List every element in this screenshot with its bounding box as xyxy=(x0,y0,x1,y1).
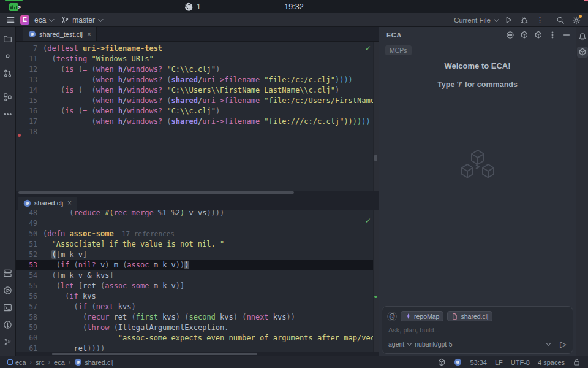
branch-selector[interactable]: master xyxy=(61,16,102,25)
status-widget-utf-8[interactable]: UTF-8 xyxy=(511,359,530,366)
add-context-button[interactable]: @ xyxy=(387,312,397,321)
unlock-icon[interactable] xyxy=(573,358,581,366)
tool-window-button-more[interactable] xyxy=(1,107,15,121)
line-number[interactable]: 55 xyxy=(16,282,43,290)
code-line-50[interactable]: 50(defn assoc-some 17 references xyxy=(16,229,373,239)
mode-selector[interactable]: agent xyxy=(388,340,410,348)
code-line-56[interactable]: 56 (if kvs xyxy=(16,291,373,302)
code-line-53[interactable]: 53 (if (nil? v) m (assoc m k v))) xyxy=(16,260,373,270)
code-line-12[interactable]: 12 (is (= (when h/windows? "C:\\c.clj") xyxy=(16,64,373,74)
line-number[interactable]: 7 xyxy=(16,44,43,53)
editor-shared-clj[interactable]: 48 (reduce #(rec-merge %1 %2) v vs))))49… xyxy=(16,210,379,352)
context-chip-repomap[interactable]: repoMap xyxy=(401,311,443,321)
run-button[interactable] xyxy=(505,16,513,24)
tool-window-button-problems[interactable] xyxy=(1,318,15,331)
line-number[interactable]: 61 xyxy=(16,344,43,352)
tool-window-button-services[interactable] xyxy=(1,266,15,280)
context-chip-shared-clj[interactable]: shared.clj xyxy=(447,311,492,321)
code-line-54[interactable]: 54 ([m k v & kvs] xyxy=(16,270,373,281)
run-configuration-selector[interactable]: Current File xyxy=(454,17,497,24)
status-widget-53-34[interactable]: 53:34 xyxy=(470,359,487,366)
line-number[interactable]: 54 xyxy=(16,271,43,280)
debug-button[interactable] xyxy=(520,16,529,25)
code-line-59[interactable]: 59 (throw (IllegalArgumentException. xyxy=(16,323,373,333)
line-number[interactable]: 50 xyxy=(16,229,43,238)
code-line-14[interactable]: 14 (is (= (when h/windows? "C:\\Users\\F… xyxy=(16,85,373,95)
editor-shared-test-clj[interactable]: 7(deftest uri->filename-test11 (testing … xyxy=(16,42,379,191)
code-line-52[interactable]: 52 ([m k v] xyxy=(16,250,373,260)
editor-scrollbar[interactable] xyxy=(373,210,379,352)
status-widget-4-spaces[interactable]: 4 spaces xyxy=(538,359,565,366)
code-line-61[interactable]: 61 ret)))) xyxy=(16,343,373,352)
breadcrumb-item-src[interactable]: src xyxy=(36,359,45,366)
code-line-13[interactable]: 13 (when h/windows? (shared/uri->filenam… xyxy=(16,74,373,85)
line-number[interactable]: 11 xyxy=(16,55,43,63)
settings-gear-icon[interactable] xyxy=(572,16,581,25)
tool-window-button-run[interactable] xyxy=(1,283,15,297)
breadcrumb-item-eca[interactable]: eca xyxy=(7,359,26,366)
line-number[interactable]: 48 xyxy=(16,210,43,218)
line-number[interactable]: 56 xyxy=(16,292,43,301)
close-tab-icon[interactable]: × xyxy=(67,199,72,207)
tool-window-button-structure[interactable] xyxy=(1,90,15,104)
code-line-48[interactable]: 48 (reduce #(rec-merge %1 %2) v vs)))) xyxy=(16,210,373,218)
tool-window-button-terminal-tool[interactable] xyxy=(1,301,15,314)
model-selector[interactable]: nubank/gpt-5 xyxy=(415,340,452,348)
code-line-58[interactable]: 58 (recur ret (first kvs) (second kvs) (… xyxy=(16,312,373,323)
tool-window-button-commit[interactable] xyxy=(1,49,15,63)
code-line-51[interactable]: 51 "Assoc[iate] if the value is not nil.… xyxy=(16,239,373,250)
tray-item-drive[interactable] xyxy=(180,0,197,13)
line-number[interactable]: 52 xyxy=(16,250,43,259)
minimize-icon[interactable] xyxy=(562,31,571,39)
kebab-icon[interactable] xyxy=(548,31,557,39)
line-number[interactable]: 57 xyxy=(16,302,43,311)
eca-cube-icon[interactable] xyxy=(520,31,529,39)
editor-scrollbar[interactable] xyxy=(373,42,379,191)
line-number[interactable]: 14 xyxy=(16,86,43,94)
code-line-55[interactable]: 55 (let [ret (assoc-some m k v)] xyxy=(16,281,373,291)
code-line-60[interactable]: 60 "assoc-some expects even number of ar… xyxy=(16,333,373,343)
eca-cube-icon[interactable] xyxy=(534,31,543,39)
line-number[interactable]: 13 xyxy=(16,75,43,84)
line-number[interactable]: 58 xyxy=(16,313,43,321)
line-number[interactable]: 12 xyxy=(16,65,43,74)
code-line-18[interactable]: 18 xyxy=(16,126,373,137)
eca-tool-window-button[interactable] xyxy=(577,47,588,58)
send-button[interactable]: ▷ xyxy=(560,339,567,349)
clojure-icon[interactable] xyxy=(454,358,462,366)
breadcrumb-item-shared-clj[interactable]: shared.clj xyxy=(74,358,113,366)
code-line-17[interactable]: 17 (when h/windows? (shared/uri->filenam… xyxy=(16,116,373,126)
chat-input-box[interactable]: @ repoMapshared.clj Ask, plan, build... … xyxy=(382,306,573,354)
line-number[interactable]: 59 xyxy=(16,323,43,332)
code-line-15[interactable]: 15 (when h/windows? (shared/uri->filenam… xyxy=(16,95,373,105)
line-number[interactable]: 60 xyxy=(16,334,43,342)
search-everywhere-button[interactable] xyxy=(556,16,565,25)
chat-input-placeholder[interactable]: Ask, plan, build... xyxy=(382,321,573,334)
line-number[interactable]: 51 xyxy=(16,240,43,248)
mcps-badge[interactable]: MCPs xyxy=(385,45,412,55)
line-number[interactable]: 49 xyxy=(16,219,43,228)
line-number[interactable]: 17 xyxy=(16,117,43,126)
project-selector[interactable]: eca xyxy=(34,16,53,25)
tool-window-button-pull-request[interactable] xyxy=(1,66,15,80)
tray-item-power[interactable] xyxy=(584,0,588,13)
circle-dots-icon[interactable] xyxy=(506,31,514,39)
code-line-57[interactable]: 57 (if (next kvs) xyxy=(16,302,373,312)
breadcrumb-item-eca[interactable]: eca xyxy=(54,359,65,366)
tool-window-button-folder[interactable] xyxy=(1,32,15,45)
code-line-11[interactable]: 11 (testing "Windows URIs" xyxy=(16,53,373,64)
tab-shared-test-clj[interactable]: shared_test.clj × xyxy=(23,27,97,41)
hamburger-menu-icon[interactable] xyxy=(6,15,15,25)
code-line-7[interactable]: 7(deftest uri->filename-test xyxy=(16,43,373,53)
notifications-bell-icon[interactable] xyxy=(577,31,588,42)
line-number[interactable]: 53 xyxy=(16,261,43,269)
line-number[interactable]: 16 xyxy=(16,107,43,115)
status-widget-lf[interactable]: LF xyxy=(495,359,503,366)
code-line-49[interactable]: 49 xyxy=(16,218,373,229)
tool-window-button-git-branch[interactable] xyxy=(1,335,15,348)
line-number[interactable]: 15 xyxy=(16,96,43,105)
tab-shared-clj[interactable]: shared.clj × xyxy=(18,197,77,210)
tray-item-activity-chart[interactable] xyxy=(5,0,23,13)
kebab-menu-icon[interactable]: ⋮ xyxy=(536,16,544,24)
eca-cube-icon[interactable] xyxy=(437,358,446,367)
